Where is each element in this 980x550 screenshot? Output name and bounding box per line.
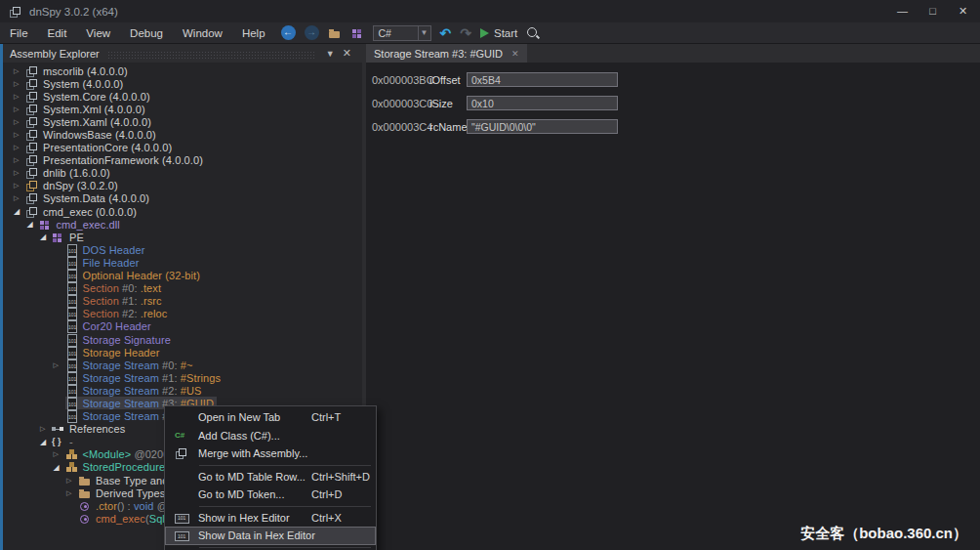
expand-arrow-icon[interactable]: ▷ xyxy=(14,182,25,190)
tree-row[interactable]: File Header xyxy=(3,256,362,269)
tree-row-content[interactable]: Storage Header xyxy=(65,346,163,359)
tree-row-content[interactable]: dnSpy (3.0.2.0) xyxy=(25,180,121,192)
expand-arrow-icon[interactable]: ▷ xyxy=(14,194,25,202)
expand-arrow-icon[interactable]: ▷ xyxy=(14,169,25,177)
tree-row[interactable]: ▷mscorlib (4.0.0.0) xyxy=(3,64,362,77)
field-value-input[interactable]: "#GUID\0\0\0" xyxy=(467,119,618,134)
expand-arrow-icon[interactable]: ▷ xyxy=(40,425,52,433)
context-menu-item-open-in-new-tab[interactable]: Open in New TabCtrl+T xyxy=(165,408,376,427)
navigate-back-icon[interactable]: ← xyxy=(281,25,296,40)
tree-row-content[interactable]: Storage Signature xyxy=(65,333,174,346)
tree-row-content[interactable]: PresentationCore (4.0.0.0) xyxy=(25,142,175,154)
context-menu-item-merge-with-assembly[interactable]: Merge with Assembly... xyxy=(165,444,376,463)
tree-row[interactable]: Section #1: .rsrc xyxy=(3,295,362,308)
tree-row-content[interactable]: Derived Types xyxy=(78,487,168,499)
collapse-arrow-icon[interactable]: ◢ xyxy=(40,233,52,241)
collapse-arrow-icon[interactable]: ◢ xyxy=(27,220,39,229)
tree-row[interactable]: ▷System.Data (4.0.0.0) xyxy=(3,192,362,205)
expand-arrow-icon[interactable]: ▷ xyxy=(14,131,25,139)
modules-icon[interactable] xyxy=(351,27,364,39)
menubar-item-edit[interactable]: Edit xyxy=(38,22,77,44)
context-menu-item-go-to-md-table-row[interactable]: Go to MD Table Row...Ctrl+Shift+D xyxy=(165,468,376,487)
expand-arrow-icon[interactable]: ▷ xyxy=(14,118,25,126)
tree-row-content[interactable]: System.Xaml (4.0.0.0) xyxy=(25,115,154,128)
field-value-input[interactable]: 0x10 xyxy=(467,96,618,110)
tree-row-content[interactable]: dnlib (1.6.0.0) xyxy=(25,167,113,180)
tree-row-content[interactable]: Section #2: .reloc xyxy=(65,308,171,320)
field-value-input[interactable]: 0x5B4 xyxy=(467,72,618,87)
start-button[interactable]: Start xyxy=(480,27,517,39)
undo-icon[interactable]: ↶ xyxy=(440,25,452,41)
tree-row[interactable]: ▷System.Xml (4.0.0.0) xyxy=(3,103,362,115)
expand-arrow-icon[interactable]: ▷ xyxy=(14,67,25,75)
tree-row[interactable]: ◢cmd_exec (0.0.0.0) xyxy=(3,205,362,218)
expand-arrow-icon[interactable]: ▷ xyxy=(54,450,65,458)
tree-row-content[interactable]: Section #1: .rsrc xyxy=(65,295,165,308)
tree-row[interactable]: Storage Header xyxy=(3,346,362,359)
tree-row[interactable]: ▷Storage Stream #0: #~ xyxy=(3,359,362,371)
tree-row-content[interactable]: - xyxy=(52,436,76,448)
menubar-item-file[interactable]: File xyxy=(0,22,38,44)
tree-row-content[interactable]: DOS Header xyxy=(65,243,148,256)
tree-row[interactable]: DOS Header xyxy=(3,243,362,256)
dropdown-caret-icon[interactable]: ▼ xyxy=(418,26,430,40)
expand-arrow-icon[interactable]: ▷ xyxy=(66,477,78,485)
redo-icon[interactable]: ↷ xyxy=(460,25,471,41)
menubar-item-window[interactable]: Window xyxy=(173,22,232,44)
panel-menu-caret-icon[interactable]: ▼ xyxy=(322,49,339,59)
tree-row[interactable]: Section #2: .reloc xyxy=(3,308,362,320)
tree-row-content[interactable]: mscorlib (4.0.0.0) xyxy=(25,64,131,77)
tree-row[interactable]: Storage Signature xyxy=(3,333,362,346)
expand-arrow-icon[interactable]: ▷ xyxy=(66,489,78,497)
tree-row-content[interactable]: System (4.0.0.0) xyxy=(25,77,126,90)
tree-row[interactable]: Cor20 Header xyxy=(3,320,362,333)
tree-row-content[interactable]: Storage Stream #1: #Strings xyxy=(65,371,225,384)
close-button[interactable]: ✕ xyxy=(948,0,978,22)
tree-row-content[interactable]: Storage Stream #0: #~ xyxy=(65,359,196,371)
context-menu-item-go-to-md-token[interactable]: Go to MD Token...Ctrl+D xyxy=(165,486,376,504)
navigate-forward-icon[interactable]: → xyxy=(305,25,319,40)
tree-row-content[interactable]: File Header xyxy=(65,256,143,269)
collapse-arrow-icon[interactable]: ◢ xyxy=(14,207,25,216)
tab-storage-stream[interactable]: Storage Stream #3: #GUID ✕ xyxy=(366,44,527,63)
tree-row-content[interactable]: System.Core (4.0.0.0) xyxy=(25,90,153,103)
tree-row-content[interactable]: References xyxy=(52,423,128,436)
minimize-button[interactable]: — xyxy=(887,0,918,22)
open-file-icon[interactable] xyxy=(328,27,343,39)
context-menu-item-add-class-c[interactable]: Add Class (C#)... xyxy=(165,427,376,445)
tree-row[interactable]: ◢PE xyxy=(3,231,362,243)
tree-row-content[interactable]: Cor20 Header xyxy=(65,320,154,333)
tree-row-content[interactable]: PresentationFramework (4.0.0.0) xyxy=(25,154,206,167)
tree-row[interactable]: ▷dnSpy (3.0.2.0) xyxy=(3,180,362,192)
menubar-item-view[interactable]: View xyxy=(76,22,120,44)
tree-row-content[interactable]: Optional Header (32-bit) xyxy=(65,270,203,282)
tree-row-content[interactable]: Section #0: .text xyxy=(65,282,165,295)
collapse-arrow-icon[interactable]: ◢ xyxy=(54,463,65,472)
tree-row-content[interactable]: System.Xml (4.0.0.0) xyxy=(25,103,148,115)
menubar-item-debug[interactable]: Debug xyxy=(120,22,173,44)
tree-row[interactable]: ▷dnlib (1.6.0.0) xyxy=(3,167,362,180)
search-icon[interactable] xyxy=(526,26,540,40)
tree-row[interactable]: Section #0: .text xyxy=(3,282,362,295)
tree-row-content[interactable]: WindowsBase (4.0.0.0) xyxy=(25,129,159,142)
tree-row[interactable]: ▷WindowsBase (4.0.0.0) xyxy=(3,128,362,141)
tab-close-icon[interactable]: ✕ xyxy=(511,49,519,59)
menubar-item-help[interactable]: Help xyxy=(232,22,275,44)
expand-arrow-icon[interactable]: ▷ xyxy=(54,361,65,369)
tree-row-content[interactable]: PE xyxy=(52,231,87,243)
expand-arrow-icon[interactable]: ▷ xyxy=(14,106,25,113)
tree-row[interactable]: ▷PresentationCore (4.0.0.0) xyxy=(3,142,362,154)
tree-row-content[interactable]: cmd_exec (0.0.0.0) xyxy=(25,205,140,218)
tree-row[interactable]: ▷System.Core (4.0.0.0) xyxy=(3,90,362,103)
maximize-button[interactable]: □ xyxy=(918,0,948,22)
language-select[interactable]: C# ▼ xyxy=(373,25,431,41)
tree-row[interactable]: ◢cmd_exec.dll xyxy=(3,218,362,231)
tree-row[interactable]: Optional Header (32-bit) xyxy=(3,270,362,282)
expand-arrow-icon[interactable]: ▷ xyxy=(14,144,25,151)
panel-close-icon[interactable]: ✕ xyxy=(339,47,355,60)
collapse-arrow-icon[interactable]: ◢ xyxy=(40,438,52,446)
expand-arrow-icon[interactable]: ▷ xyxy=(14,156,25,164)
context-menu-item-show-data-in-hex-editor[interactable]: Show Data in Hex Editor xyxy=(165,527,376,545)
context-menu-item-show-in-hex-editor[interactable]: Show in Hex EditorCtrl+X xyxy=(165,509,376,528)
tree-row-content[interactable]: cmd_exec.dll xyxy=(39,218,123,231)
